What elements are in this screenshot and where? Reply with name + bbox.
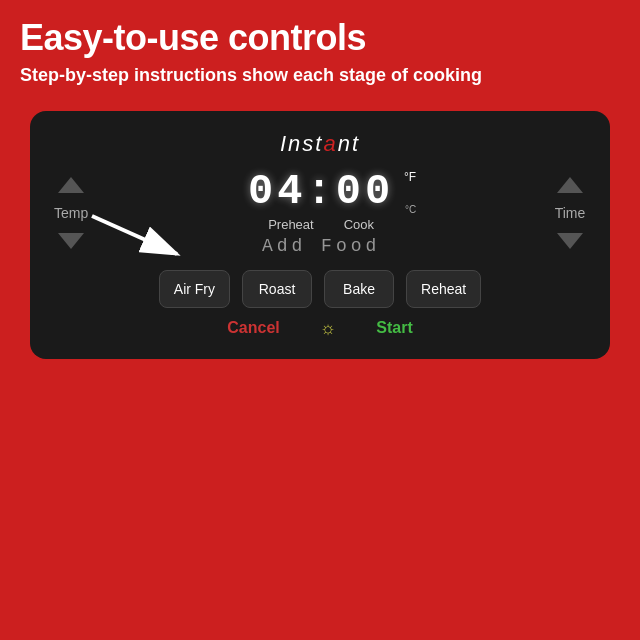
main-title: Easy-to-use controls bbox=[20, 18, 620, 58]
time-section: Time bbox=[554, 171, 586, 255]
time-down-icon bbox=[557, 233, 583, 249]
roast-button[interactable]: Roast bbox=[242, 270, 312, 308]
preheat-label: Preheat bbox=[268, 217, 314, 232]
time-display: 04:00 bbox=[248, 168, 394, 216]
time-label: Time bbox=[555, 205, 586, 221]
cancel-button[interactable]: Cancel bbox=[227, 319, 279, 337]
function-buttons-row: Air Fry Roast Bake Reheat bbox=[54, 270, 586, 308]
add-food-text: Add Food bbox=[262, 236, 380, 256]
temp-down-icon bbox=[58, 233, 84, 249]
time-up-icon bbox=[557, 177, 583, 193]
cook-unit: °C bbox=[405, 204, 416, 215]
air-fry-button[interactable]: Air Fry bbox=[159, 270, 230, 308]
time-up-button[interactable] bbox=[554, 171, 586, 199]
arrow-annotation bbox=[82, 206, 202, 266]
subtitle: Step-by-step instructions show each stag… bbox=[20, 64, 620, 87]
temp-up-button[interactable] bbox=[55, 171, 87, 199]
bottom-row: Cancel ☼ Start bbox=[54, 318, 586, 339]
time-down-button[interactable] bbox=[554, 227, 586, 255]
start-button[interactable]: Start bbox=[376, 319, 412, 337]
device-panel: Instant Temp 04:00 °F bbox=[30, 111, 610, 359]
temp-up-icon bbox=[58, 177, 84, 193]
light-button[interactable]: ☼ bbox=[320, 318, 337, 339]
bake-button[interactable]: Bake bbox=[324, 270, 394, 308]
brand-name: Instant bbox=[54, 131, 586, 157]
brand-o: a bbox=[323, 131, 337, 156]
temp-unit: °F bbox=[404, 171, 416, 183]
display-labels: Preheat Cook bbox=[268, 217, 374, 232]
cook-label: Cook bbox=[344, 217, 374, 232]
header-section: Easy-to-use controls Step-by-step instru… bbox=[0, 0, 640, 97]
reheat-button[interactable]: Reheat bbox=[406, 270, 481, 308]
svg-line-1 bbox=[92, 216, 177, 254]
